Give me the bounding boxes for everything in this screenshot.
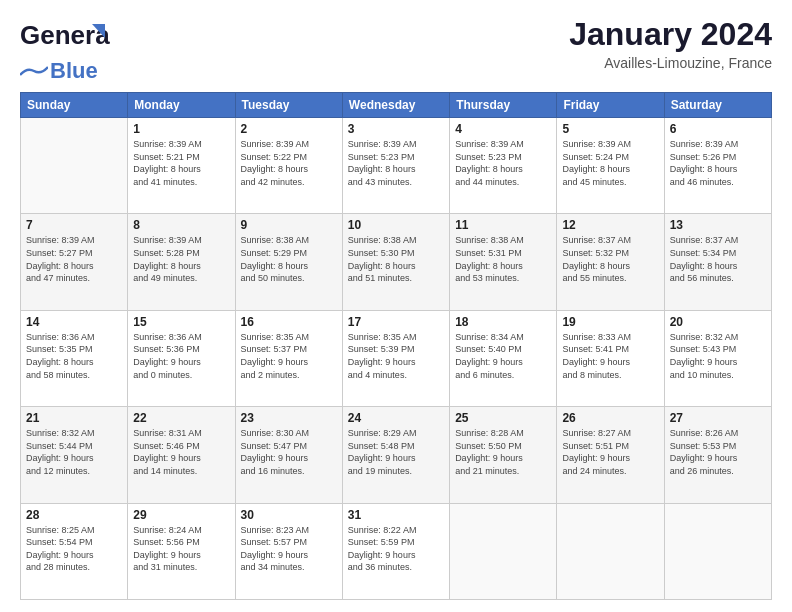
- day-number: 6: [670, 122, 766, 136]
- day-number: 14: [26, 315, 122, 329]
- table-row: 27Sunrise: 8:26 AMSunset: 5:53 PMDayligh…: [664, 407, 771, 503]
- sunset-text: Sunset: 5:31 PM: [455, 247, 551, 260]
- day-info: Sunrise: 8:38 AMSunset: 5:30 PMDaylight:…: [348, 234, 444, 284]
- sunrise-text: Sunrise: 8:39 AM: [670, 138, 766, 151]
- sunrise-text: Sunrise: 8:39 AM: [26, 234, 122, 247]
- sunrise-text: Sunrise: 8:32 AM: [26, 427, 122, 440]
- sunset-text: Sunset: 5:23 PM: [348, 151, 444, 164]
- day-number: 28: [26, 508, 122, 522]
- sunset-text: Sunset: 5:57 PM: [241, 536, 337, 549]
- daylight-minutes-text: and 21 minutes.: [455, 465, 551, 478]
- col-sunday: Sunday: [21, 93, 128, 118]
- day-info: Sunrise: 8:39 AMSunset: 5:27 PMDaylight:…: [26, 234, 122, 284]
- sunset-text: Sunset: 5:41 PM: [562, 343, 658, 356]
- sunrise-text: Sunrise: 8:31 AM: [133, 427, 229, 440]
- day-number: 3: [348, 122, 444, 136]
- daylight-text: Daylight: 8 hours: [26, 260, 122, 273]
- sunset-text: Sunset: 5:48 PM: [348, 440, 444, 453]
- logo-blue-text: Blue: [50, 60, 98, 82]
- sunset-text: Sunset: 5:27 PM: [26, 247, 122, 260]
- logo-wave-icon: [20, 63, 48, 79]
- day-number: 23: [241, 411, 337, 425]
- day-number: 13: [670, 218, 766, 232]
- sunrise-text: Sunrise: 8:38 AM: [241, 234, 337, 247]
- table-row: 17Sunrise: 8:35 AMSunset: 5:39 PMDayligh…: [342, 310, 449, 406]
- daylight-minutes-text: and 24 minutes.: [562, 465, 658, 478]
- table-row: 31Sunrise: 8:22 AMSunset: 5:59 PMDayligh…: [342, 503, 449, 599]
- day-info: Sunrise: 8:33 AMSunset: 5:41 PMDaylight:…: [562, 331, 658, 381]
- daylight-minutes-text: and 51 minutes.: [348, 272, 444, 285]
- day-info: Sunrise: 8:25 AMSunset: 5:54 PMDaylight:…: [26, 524, 122, 574]
- day-number: 1: [133, 122, 229, 136]
- day-info: Sunrise: 8:27 AMSunset: 5:51 PMDaylight:…: [562, 427, 658, 477]
- calendar-week-row: 1Sunrise: 8:39 AMSunset: 5:21 PMDaylight…: [21, 118, 772, 214]
- table-row: 9Sunrise: 8:38 AMSunset: 5:29 PMDaylight…: [235, 214, 342, 310]
- table-row: 19Sunrise: 8:33 AMSunset: 5:41 PMDayligh…: [557, 310, 664, 406]
- daylight-text: Daylight: 9 hours: [133, 452, 229, 465]
- table-row: [557, 503, 664, 599]
- day-info: Sunrise: 8:35 AMSunset: 5:37 PMDaylight:…: [241, 331, 337, 381]
- day-info: Sunrise: 8:22 AMSunset: 5:59 PMDaylight:…: [348, 524, 444, 574]
- daylight-text: Daylight: 9 hours: [241, 452, 337, 465]
- daylight-minutes-text: and 45 minutes.: [562, 176, 658, 189]
- sunset-text: Sunset: 5:44 PM: [26, 440, 122, 453]
- sunrise-text: Sunrise: 8:34 AM: [455, 331, 551, 344]
- daylight-minutes-text: and 46 minutes.: [670, 176, 766, 189]
- sunrise-text: Sunrise: 8:39 AM: [133, 138, 229, 151]
- day-info: Sunrise: 8:39 AMSunset: 5:28 PMDaylight:…: [133, 234, 229, 284]
- day-number: 31: [348, 508, 444, 522]
- table-row: 10Sunrise: 8:38 AMSunset: 5:30 PMDayligh…: [342, 214, 449, 310]
- sunrise-text: Sunrise: 8:28 AM: [455, 427, 551, 440]
- table-row: 29Sunrise: 8:24 AMSunset: 5:56 PMDayligh…: [128, 503, 235, 599]
- day-number: 24: [348, 411, 444, 425]
- daylight-text: Daylight: 9 hours: [133, 356, 229, 369]
- col-thursday: Thursday: [450, 93, 557, 118]
- sunset-text: Sunset: 5:32 PM: [562, 247, 658, 260]
- daylight-text: Daylight: 9 hours: [455, 356, 551, 369]
- day-number: 5: [562, 122, 658, 136]
- day-number: 9: [241, 218, 337, 232]
- daylight-text: Daylight: 9 hours: [562, 452, 658, 465]
- location-title: Availles-Limouzine, France: [569, 55, 772, 71]
- day-number: 25: [455, 411, 551, 425]
- sunrise-text: Sunrise: 8:36 AM: [26, 331, 122, 344]
- day-info: Sunrise: 8:26 AMSunset: 5:53 PMDaylight:…: [670, 427, 766, 477]
- sunrise-text: Sunrise: 8:37 AM: [562, 234, 658, 247]
- daylight-text: Daylight: 9 hours: [26, 452, 122, 465]
- sunset-text: Sunset: 5:59 PM: [348, 536, 444, 549]
- sunset-text: Sunset: 5:24 PM: [562, 151, 658, 164]
- daylight-text: Daylight: 8 hours: [670, 163, 766, 176]
- daylight-minutes-text: and 14 minutes.: [133, 465, 229, 478]
- col-tuesday: Tuesday: [235, 93, 342, 118]
- day-number: 18: [455, 315, 551, 329]
- table-row: 23Sunrise: 8:30 AMSunset: 5:47 PMDayligh…: [235, 407, 342, 503]
- sunset-text: Sunset: 5:40 PM: [455, 343, 551, 356]
- day-info: Sunrise: 8:39 AMSunset: 5:21 PMDaylight:…: [133, 138, 229, 188]
- sunset-text: Sunset: 5:22 PM: [241, 151, 337, 164]
- day-number: 15: [133, 315, 229, 329]
- daylight-minutes-text: and 43 minutes.: [348, 176, 444, 189]
- daylight-minutes-text: and 34 minutes.: [241, 561, 337, 574]
- day-number: 16: [241, 315, 337, 329]
- col-monday: Monday: [128, 93, 235, 118]
- daylight-minutes-text: and 28 minutes.: [26, 561, 122, 574]
- daylight-text: Daylight: 9 hours: [241, 356, 337, 369]
- table-row: 3Sunrise: 8:39 AMSunset: 5:23 PMDaylight…: [342, 118, 449, 214]
- day-number: 30: [241, 508, 337, 522]
- table-row: 18Sunrise: 8:34 AMSunset: 5:40 PMDayligh…: [450, 310, 557, 406]
- daylight-text: Daylight: 8 hours: [562, 163, 658, 176]
- daylight-minutes-text: and 10 minutes.: [670, 369, 766, 382]
- sunrise-text: Sunrise: 8:22 AM: [348, 524, 444, 537]
- daylight-text: Daylight: 8 hours: [670, 260, 766, 273]
- header: General Blue January 2024 Availles-Limou…: [20, 16, 772, 82]
- sunrise-text: Sunrise: 8:39 AM: [348, 138, 444, 151]
- table-row: 21Sunrise: 8:32 AMSunset: 5:44 PMDayligh…: [21, 407, 128, 503]
- daylight-text: Daylight: 9 hours: [562, 356, 658, 369]
- page: General Blue January 2024 Availles-Limou…: [0, 0, 792, 612]
- daylight-text: Daylight: 9 hours: [455, 452, 551, 465]
- table-row: 12Sunrise: 8:37 AMSunset: 5:32 PMDayligh…: [557, 214, 664, 310]
- daylight-minutes-text: and 16 minutes.: [241, 465, 337, 478]
- day-info: Sunrise: 8:32 AMSunset: 5:44 PMDaylight:…: [26, 427, 122, 477]
- day-number: 4: [455, 122, 551, 136]
- sunset-text: Sunset: 5:51 PM: [562, 440, 658, 453]
